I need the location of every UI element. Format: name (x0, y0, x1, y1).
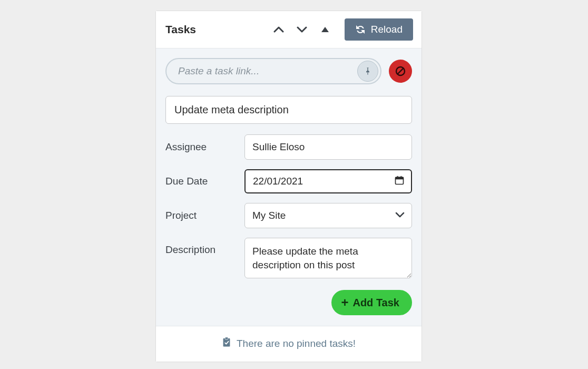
panel-footer: There are no pinned tasks! (156, 326, 422, 362)
add-task-label: Add Task (352, 297, 399, 309)
actions-row: + Add Task (165, 290, 412, 315)
plus-icon: + (341, 296, 348, 309)
panel-title: Tasks (165, 23, 196, 36)
navigation-controls (272, 23, 332, 36)
pin-button[interactable] (357, 61, 378, 82)
header-controls: Reload (272, 18, 413, 41)
reload-label: Reload (371, 24, 403, 35)
chevron-down-icon (297, 26, 307, 33)
prohibit-icon (394, 65, 407, 77)
link-row (165, 58, 412, 84)
panel-body: Assignee Due Date Project (156, 48, 422, 326)
description-row: Description (165, 238, 412, 280)
triangle-up-icon (321, 26, 329, 33)
assignee-input[interactable] (244, 134, 412, 160)
chevron-up-icon (273, 26, 284, 33)
previous-task-button[interactable] (272, 23, 286, 36)
description-textarea[interactable] (244, 238, 412, 278)
collapse-button[interactable] (318, 23, 332, 36)
task-link-input[interactable] (165, 58, 381, 84)
next-task-button[interactable] (295, 23, 309, 36)
cancel-button[interactable] (389, 60, 412, 83)
tasks-panel: Tasks Reload (155, 11, 422, 362)
empty-state-text: There are no pinned tasks! (237, 338, 356, 349)
description-label: Description (165, 238, 244, 256)
svg-line-2 (398, 69, 404, 74)
clipboard-check-icon (222, 337, 231, 350)
pin-icon (363, 66, 373, 76)
panel-header: Tasks Reload (156, 11, 422, 48)
svg-rect-0 (367, 72, 368, 75)
task-title-input[interactable] (165, 96, 412, 124)
svg-rect-8 (225, 337, 228, 339)
link-input-wrap (165, 58, 381, 84)
assignee-label: Assignee (165, 141, 244, 153)
add-task-button[interactable]: + Add Task (331, 290, 412, 315)
due-date-row: Due Date (165, 169, 412, 193)
reload-button[interactable]: Reload (345, 18, 413, 41)
refresh-icon (355, 24, 366, 35)
project-label: Project (165, 210, 244, 221)
assignee-row: Assignee (165, 134, 412, 160)
project-select[interactable] (244, 203, 412, 228)
due-date-label: Due Date (165, 176, 244, 187)
project-row: Project (165, 203, 412, 228)
due-date-input[interactable] (244, 169, 412, 193)
